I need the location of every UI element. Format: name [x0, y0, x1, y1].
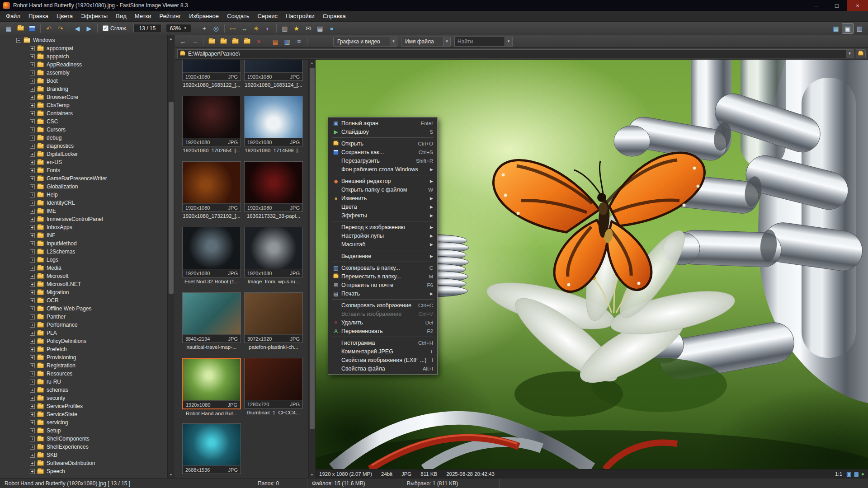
expand-icon[interactable]: + — [30, 119, 35, 124]
expand-icon[interactable]: + — [30, 46, 35, 51]
context-menu-item[interactable]: ПерезагрузитьShift+R — [328, 156, 437, 165]
tree-item[interactable]: +Performance — [0, 321, 167, 329]
tree-item[interactable]: +ServiceProfiles — [0, 402, 167, 410]
thumbnail-item[interactable]: 1920x1080JPGRobot Hand and But... — [182, 358, 241, 416]
context-menu-item[interactable]: Скопировать изображениеCtrl+C — [328, 301, 437, 310]
expand-icon[interactable]: + — [30, 225, 35, 230]
view-browser-icon[interactable]: ▦ — [830, 23, 842, 34]
email-icon[interactable]: ✉ — [302, 23, 314, 34]
expand-icon[interactable]: + — [30, 111, 35, 116]
scroll-up-icon[interactable]: ▲ — [168, 35, 174, 42]
menu-item[interactable]: Сервис — [253, 11, 282, 21]
tree-item[interactable]: +Migration — [0, 288, 167, 296]
tree-item[interactable]: +Resources — [0, 370, 167, 378]
expand-icon[interactable]: + — [30, 388, 35, 393]
tree-item-root[interactable]: −Windows — [0, 36, 167, 44]
maximize-button[interactable]: □ — [826, 0, 847, 11]
expand-icon[interactable]: + — [30, 290, 35, 295]
context-menu-item[interactable]: Масштаб▶ — [328, 240, 437, 249]
folder-favorites-icon[interactable] — [241, 36, 253, 47]
expand-icon[interactable]: + — [30, 144, 35, 149]
save-as-icon[interactable] — [26, 23, 38, 34]
clear-filter-icon[interactable]: × — [253, 36, 264, 47]
thumbnail-item[interactable]: 1920x1080JPG1920x1080_1732192_[... — [182, 161, 241, 219]
expand-icon[interactable]: + — [30, 453, 35, 458]
expand-icon[interactable]: + — [30, 282, 35, 287]
menu-item[interactable]: Создать — [223, 11, 253, 21]
tree-item[interactable]: +Microsoft.NET — [0, 280, 167, 288]
thumbnail-item[interactable]: 1920x1080JPGEset Nod 32 Robot (1... — [182, 227, 241, 284]
tree-item[interactable]: +Boot — [0, 77, 167, 85]
tree-item[interactable]: +ru-RU — [0, 378, 167, 386]
tree-scroll-thumb[interactable] — [169, 102, 174, 294]
tree-item[interactable]: +ShellExperiences — [0, 443, 167, 451]
minimize-button[interactable]: – — [806, 0, 826, 11]
expand-icon[interactable]: + — [30, 233, 35, 238]
tree-item[interactable]: +diagnostics — [0, 142, 167, 150]
context-menu-item[interactable]: Цвета▶ — [328, 202, 437, 211]
tag-icon[interactable]: ★ — [291, 23, 302, 34]
print-icon[interactable]: ▤ — [314, 23, 326, 34]
find-input[interactable] — [454, 37, 505, 47]
menu-item[interactable]: Правка — [24, 11, 52, 21]
context-menu-item[interactable]: ●Изменить▶ — [328, 194, 437, 202]
tree-item[interactable]: +PLA — [0, 329, 167, 337]
thumbnail-item[interactable]: 1920x1080JPG1920x1080_1702654_[... — [182, 96, 241, 153]
expand-icon[interactable]: + — [30, 298, 35, 303]
compare-icon[interactable]: ▥ — [279, 23, 291, 34]
expand-icon[interactable]: + — [30, 70, 35, 75]
search-field-select[interactable]: Имя файла ▼ — [401, 37, 451, 47]
expand-icon[interactable]: + — [30, 420, 35, 425]
expand-icon[interactable]: + — [30, 355, 35, 360]
expand-icon[interactable]: + — [30, 127, 35, 132]
thumbnail-item[interactable]: 1920x1080JPG1920x1080_1683122_[... — [182, 60, 241, 88]
tree-item[interactable]: +Registration — [0, 361, 167, 370]
scroll-up-icon[interactable]: ▲ — [309, 60, 315, 66]
expand-icon[interactable]: + — [30, 266, 35, 271]
context-menu-item[interactable]: ✉Отправить по почтеF6 — [328, 281, 437, 289]
tree-item[interactable]: +InputMethod — [0, 239, 167, 248]
magnifier-icon[interactable]: ◎ — [210, 23, 222, 34]
expand-icon[interactable]: + — [30, 371, 35, 376]
thumbnail-item[interactable]: 1280x720JPGthumbnail_1_CFCC4... — [244, 358, 303, 415]
context-menu-item[interactable]: Выделение▶ — [328, 252, 437, 260]
tree-item[interactable]: +IdentityCRL — [0, 199, 167, 207]
context-menu-item[interactable]: Настройки лупы▶ — [328, 231, 437, 240]
context-menu-item[interactable]: Эффекты▶ — [328, 211, 437, 220]
expand-icon[interactable]: + — [30, 445, 35, 450]
menu-item[interactable]: Вид — [112, 11, 131, 21]
context-menu-item[interactable]: ◆Внешний редактор▶ — [328, 177, 437, 185]
file-type-filter[interactable]: Графика и видео ▼ — [333, 37, 397, 47]
tree-item[interactable]: +debug — [0, 134, 167, 142]
context-menu-item[interactable]: ▤Печать▶ — [328, 289, 437, 298]
tree-item[interactable]: +Speech — [0, 467, 167, 475]
tree-item[interactable]: +OCR — [0, 296, 167, 305]
menu-item[interactable]: Справка — [319, 11, 350, 21]
tree-item[interactable]: +Media — [0, 264, 167, 272]
tree-item[interactable]: +CbsTemp — [0, 101, 167, 109]
context-menu-item[interactable]: ▶СлайдшоуS — [328, 127, 437, 136]
context-menu-item[interactable]: Открыть папку с файломW — [328, 185, 437, 194]
tree-item[interactable]: +ShellComponents — [0, 435, 167, 443]
expand-icon[interactable]: + — [30, 79, 35, 84]
tree-item[interactable]: +BrowserCore — [0, 93, 167, 101]
next-image-icon[interactable]: ▶ — [83, 23, 95, 34]
view-list-icon[interactable]: ≡ — [293, 36, 305, 47]
tree-item[interactable]: +security — [0, 394, 167, 402]
zoom-select[interactable]: 63% ▼ — [166, 24, 191, 33]
smooth-on-icon[interactable]: ● — [861, 471, 864, 477]
thumbnail-item[interactable]: 1920x1080JPG1920x1080_1714599_[... — [244, 96, 303, 153]
menu-item[interactable]: Настройки — [282, 11, 319, 21]
expand-icon[interactable]: + — [30, 249, 35, 254]
expand-icon[interactable]: + — [30, 258, 35, 263]
expand-icon[interactable]: + — [30, 176, 35, 181]
forward-icon[interactable]: → — [189, 36, 201, 47]
prev-image-icon[interactable]: ◀ — [71, 23, 83, 34]
tree-item[interactable]: +Logs — [0, 256, 167, 264]
expand-icon[interactable]: + — [30, 160, 35, 165]
collapse-icon[interactable]: − — [16, 38, 21, 43]
expand-icon[interactable]: + — [30, 404, 35, 409]
tree-item[interactable]: +servicing — [0, 418, 167, 427]
tree-item[interactable]: +ServiceState — [0, 410, 167, 418]
tree-item[interactable]: +appcompat — [0, 44, 167, 52]
